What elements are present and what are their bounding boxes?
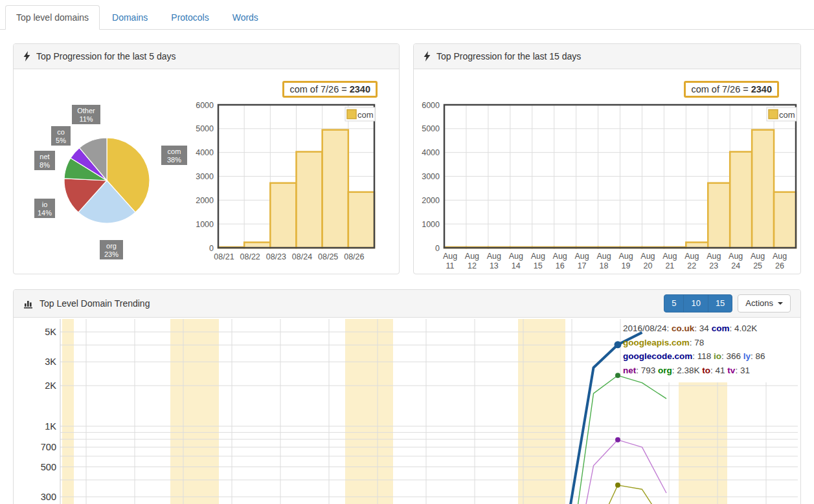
svg-text:2K: 2K bbox=[45, 380, 56, 391]
svg-text:Aug: Aug bbox=[531, 252, 545, 261]
trending-body: 5K3K2K1K700500300 2016/08/24: co.uk: 34 … bbox=[14, 318, 800, 504]
svg-text:26: 26 bbox=[775, 261, 784, 270]
svg-text:Aug: Aug bbox=[509, 252, 523, 261]
actions-dropdown-button[interactable]: Actions bbox=[738, 294, 791, 312]
tab-protocols-label[interactable]: Protocols bbox=[160, 5, 220, 30]
svg-text:0: 0 bbox=[209, 244, 214, 253]
svg-text:4000: 4000 bbox=[422, 148, 440, 157]
bar-chart-icon bbox=[23, 298, 34, 309]
trend-tooltip-line: 2016/08/24: co.uk: 34 com: 4.02K bbox=[623, 322, 765, 336]
svg-text:11: 11 bbox=[446, 261, 455, 270]
svg-text:io: io bbox=[42, 201, 48, 208]
svg-text:Aug: Aug bbox=[729, 252, 743, 261]
svg-text:Aug: Aug bbox=[684, 252, 699, 261]
badge-value: 2340 bbox=[751, 84, 772, 94]
svg-text:Aug: Aug bbox=[662, 252, 677, 261]
svg-text:16: 16 bbox=[556, 261, 565, 270]
tab-domains-label[interactable]: Domains bbox=[101, 5, 159, 30]
panel-5days-header: Top Progression for the last 5 days bbox=[14, 44, 399, 69]
trending-header: Top Level Domain Trending 5 10 15 Action… bbox=[14, 290, 800, 318]
panel-15days-header: Top Progression for the last 15 days bbox=[414, 44, 800, 69]
tab-top-level-domains-label[interactable]: Top level domains bbox=[5, 5, 100, 30]
panel-15days-title: Top Progression for the last 15 days bbox=[436, 51, 581, 61]
badge-text: com of 7/26 = bbox=[691, 84, 751, 94]
svg-text:12: 12 bbox=[468, 261, 477, 270]
svg-text:Aug: Aug bbox=[640, 252, 655, 261]
svg-text:08/26: 08/26 bbox=[344, 252, 364, 261]
svg-text:5%: 5% bbox=[56, 137, 66, 144]
svg-text:23: 23 bbox=[709, 261, 718, 270]
range-10-button[interactable]: 10 bbox=[683, 294, 708, 312]
range-5-button[interactable]: 5 bbox=[664, 294, 684, 312]
svg-text:21: 21 bbox=[665, 261, 674, 270]
svg-text:700: 700 bbox=[41, 442, 56, 452]
pie-and-bar-chart-5days: com38%org23%io14%net8%co5%Other11%010002… bbox=[14, 69, 399, 274]
svg-text:6000: 6000 bbox=[422, 101, 440, 110]
svg-text:17: 17 bbox=[578, 261, 587, 270]
svg-text:8%: 8% bbox=[40, 161, 50, 169]
svg-text:Aug: Aug bbox=[596, 252, 611, 261]
trend-tooltip-line: googleapis.com: 78 bbox=[623, 336, 765, 350]
svg-text:1000: 1000 bbox=[422, 220, 440, 229]
tab-words-label[interactable]: Words bbox=[221, 5, 269, 30]
svg-text:Aug: Aug bbox=[465, 252, 479, 261]
svg-text:net: net bbox=[40, 153, 49, 160]
svg-text:com: com bbox=[779, 110, 795, 120]
svg-text:5K: 5K bbox=[45, 327, 56, 337]
com-count-badge: com of 7/26 = 2340 bbox=[282, 81, 378, 98]
svg-text:6000: 6000 bbox=[196, 101, 214, 110]
actions-label: Actions bbox=[745, 298, 773, 309]
svg-text:20: 20 bbox=[643, 261, 652, 270]
svg-text:18: 18 bbox=[600, 261, 609, 270]
svg-text:08/24: 08/24 bbox=[292, 252, 312, 261]
panel-5days-title: Top Progression for the last 5 days bbox=[36, 51, 176, 61]
panel-top-progression-15days: Top Progression for the last 15 days com… bbox=[413, 43, 801, 274]
range-15-button[interactable]: 15 bbox=[708, 294, 732, 312]
range-button-group: 5 10 15 bbox=[664, 294, 732, 312]
svg-text:15: 15 bbox=[534, 261, 543, 270]
bolt-icon bbox=[23, 51, 30, 61]
tab-words[interactable]: Words bbox=[221, 5, 269, 29]
svg-text:1K: 1K bbox=[45, 421, 56, 432]
svg-text:08/21: 08/21 bbox=[214, 252, 234, 261]
svg-text:Aug: Aug bbox=[487, 252, 501, 261]
svg-text:14: 14 bbox=[512, 261, 521, 270]
svg-text:Aug: Aug bbox=[443, 252, 457, 261]
panel-5days-body: com of 7/26 = 2340 com38%org23%io14%net8… bbox=[14, 69, 399, 274]
trend-tooltip: 2016/08/24: co.uk: 34 com: 4.02Kgoogleap… bbox=[623, 322, 765, 377]
caret-down-icon bbox=[778, 302, 783, 305]
svg-text:4000: 4000 bbox=[196, 148, 214, 157]
panel-top-progression-5days: Top Progression for the last 5 days com … bbox=[13, 43, 400, 274]
svg-text:14%: 14% bbox=[38, 209, 52, 217]
tab-top-level-domains[interactable]: Top level domains bbox=[5, 5, 100, 29]
svg-text:25: 25 bbox=[753, 261, 762, 270]
com-count-badge: com of 7/26 = 2340 bbox=[684, 81, 779, 98]
panel-tld-trending: Top Level Domain Trending 5 10 15 Action… bbox=[13, 289, 801, 504]
tab-bar: Top level domains Domains Protocols Word… bbox=[0, 5, 814, 30]
svg-text:38%: 38% bbox=[167, 156, 181, 164]
bar-chart-15days: 0100020003000400050006000Aug11Aug12Aug13… bbox=[414, 69, 800, 274]
trending-title: Top Level Domain Trending bbox=[40, 298, 150, 309]
svg-text:Aug: Aug bbox=[751, 252, 765, 261]
svg-text:23%: 23% bbox=[104, 250, 119, 258]
svg-text:13: 13 bbox=[490, 261, 499, 270]
svg-text:08/22: 08/22 bbox=[240, 252, 260, 261]
svg-text:Aug: Aug bbox=[575, 252, 589, 261]
svg-text:2000: 2000 bbox=[196, 196, 214, 205]
svg-text:Aug: Aug bbox=[707, 252, 721, 261]
svg-text:Aug: Aug bbox=[773, 252, 787, 261]
trend-tooltip-line: googlecode.com: 118 io: 366 ly: 86 bbox=[623, 349, 765, 364]
tab-protocols[interactable]: Protocols bbox=[160, 5, 220, 29]
bolt-icon bbox=[424, 51, 431, 61]
svg-text:5000: 5000 bbox=[422, 124, 440, 133]
svg-text:5000: 5000 bbox=[196, 124, 214, 133]
svg-text:3000: 3000 bbox=[422, 172, 440, 181]
svg-text:24: 24 bbox=[731, 261, 740, 270]
tab-domains[interactable]: Domains bbox=[101, 5, 159, 29]
svg-text:11%: 11% bbox=[79, 115, 93, 123]
svg-text:19: 19 bbox=[622, 261, 631, 270]
svg-text:Aug: Aug bbox=[553, 252, 567, 261]
svg-text:Other: Other bbox=[77, 107, 95, 115]
svg-text:com: com bbox=[357, 110, 374, 120]
svg-text:08/25: 08/25 bbox=[318, 252, 338, 261]
